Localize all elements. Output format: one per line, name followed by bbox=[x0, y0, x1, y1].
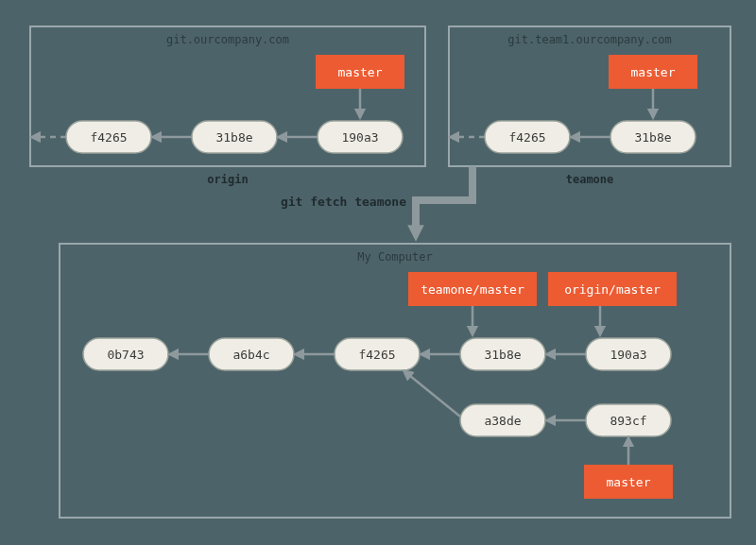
commit-node: 31b8e bbox=[460, 338, 545, 370]
git-remote-diagram: git.ourcompany.com origin master f4265 3… bbox=[0, 0, 756, 545]
local-ref-teamone-master-label: teamone/master bbox=[421, 282, 524, 297]
local-ref-master-label: master bbox=[607, 475, 651, 489]
svg-text:f4265: f4265 bbox=[358, 348, 395, 362]
svg-text:893cf: 893cf bbox=[610, 414, 646, 428]
commit-node: 31b8e bbox=[192, 121, 277, 153]
svg-text:31b8e: 31b8e bbox=[634, 130, 671, 145]
local-ref-origin-master-label: origin/master bbox=[564, 282, 661, 297]
fetch-arrow bbox=[416, 166, 472, 227]
svg-text:f4265: f4265 bbox=[90, 130, 127, 145]
svg-text:31b8e: 31b8e bbox=[484, 348, 521, 362]
commit-node: 0b743 bbox=[83, 338, 168, 370]
commit-node: 190a3 bbox=[318, 121, 403, 153]
svg-text:a38de: a38de bbox=[484, 414, 521, 428]
origin-footer: origin bbox=[207, 173, 248, 186]
teamone-ref-master-label: master bbox=[631, 65, 676, 79]
svg-text:a6b4c: a6b4c bbox=[232, 348, 269, 362]
commit-node: f4265 bbox=[66, 121, 151, 153]
commit-node: 893cf bbox=[586, 404, 671, 436]
commit-node: a38de bbox=[460, 404, 545, 436]
teamone-footer: teamone bbox=[566, 173, 614, 186]
origin-ref-master-label: master bbox=[338, 65, 383, 79]
commit-node: 31b8e bbox=[610, 121, 696, 153]
commit-node: f4265 bbox=[335, 338, 420, 370]
commit-node: a6b4c bbox=[209, 338, 294, 370]
svg-text:0b743: 0b743 bbox=[107, 348, 144, 362]
origin-title: git.ourcompany.com bbox=[166, 33, 289, 46]
local-title: My Computer bbox=[357, 250, 432, 264]
teamone-title: git.team1.ourcompany.com bbox=[507, 33, 671, 46]
arrow bbox=[410, 376, 460, 417]
svg-text:f4265: f4265 bbox=[508, 130, 545, 145]
commit-node: 190a3 bbox=[586, 338, 671, 370]
svg-text:31b8e: 31b8e bbox=[215, 130, 252, 145]
svg-text:190a3: 190a3 bbox=[341, 130, 378, 145]
svg-text:190a3: 190a3 bbox=[610, 348, 646, 362]
commit-node: f4265 bbox=[485, 121, 570, 153]
fetch-command: git fetch teamone bbox=[281, 195, 406, 209]
